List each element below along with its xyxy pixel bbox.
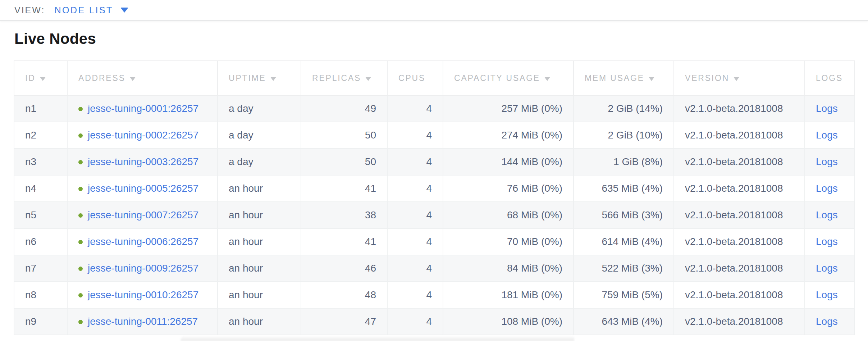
node-id-cell: n1: [14, 95, 67, 122]
node-uptime-cell: an hour: [218, 308, 301, 335]
column-header-label: REPLICAS: [312, 73, 361, 83]
node-uptime-cell: an hour: [218, 255, 301, 282]
table-row: n7jesse-tuning-0009:26257an hour46484 Mi…: [14, 255, 855, 282]
logs-link[interactable]: Logs: [816, 316, 838, 327]
table-row: n5jesse-tuning-0007:26257an hour38468 Mi…: [14, 202, 855, 228]
sort-arrow-icon: [130, 77, 136, 81]
node-mem-cell: 2 GiB (14%): [574, 95, 674, 122]
table-row: n9jesse-tuning-0011:26257an hour474108 M…: [14, 308, 855, 335]
node-address-link[interactable]: jesse-tuning-0003:26257: [88, 156, 198, 167]
node-address-cell: jesse-tuning-0006:26257: [67, 228, 218, 255]
view-dropdown[interactable]: NODE LIST: [54, 5, 128, 15]
node-address-link[interactable]: jesse-tuning-0006:26257: [88, 236, 198, 247]
column-header-cpus: CPUS: [387, 61, 443, 95]
node-address-link[interactable]: jesse-tuning-0002:26257: [88, 129, 198, 141]
node-logs-cell: Logs: [805, 308, 855, 335]
node-replicas-cell: 41: [301, 228, 387, 255]
node-capacity-cell: 76 MiB (0%): [443, 175, 574, 202]
node-cpus-cell: 4: [387, 255, 443, 282]
column-header-address[interactable]: ADDRESS: [67, 61, 218, 95]
node-live-status-icon: [78, 107, 83, 111]
logs-link[interactable]: Logs: [816, 129, 838, 141]
view-dropdown-value[interactable]: NODE LIST: [54, 5, 113, 15]
node-version-cell: v2.1.0-beta.20181008: [674, 282, 805, 308]
node-address-link[interactable]: jesse-tuning-0007:26257: [88, 209, 198, 220]
table-header-row: IDADDRESSUPTIMEREPLICASCPUSCAPACITY USAG…: [14, 61, 855, 95]
node-address-link[interactable]: jesse-tuning-0001:26257: [88, 103, 198, 114]
node-version-cell: v2.1.0-beta.20181008: [674, 95, 805, 122]
node-live-status-icon: [78, 240, 83, 244]
node-id-cell: n3: [14, 149, 67, 175]
sort-arrow-icon: [544, 77, 550, 81]
logs-link[interactable]: Logs: [816, 156, 838, 167]
table-row: n2jesse-tuning-0002:26257a day504274 MiB…: [14, 122, 855, 149]
node-capacity-cell: 84 MiB (0%): [443, 255, 574, 282]
node-uptime-cell: a day: [218, 95, 301, 122]
node-mem-cell: 522 MiB (3%): [574, 255, 674, 282]
node-logs-cell: Logs: [805, 228, 855, 255]
node-logs-cell: Logs: [805, 202, 855, 228]
logs-link[interactable]: Logs: [816, 103, 838, 114]
node-live-status-icon: [78, 187, 83, 191]
node-live-status-icon: [78, 267, 83, 271]
column-header-logs: LOGS: [805, 61, 855, 95]
column-header-label: LOGS: [816, 73, 843, 83]
node-capacity-cell: 70 MiB (0%): [443, 228, 574, 255]
logs-link[interactable]: Logs: [816, 289, 838, 300]
node-replicas-cell: 50: [301, 122, 387, 149]
node-address-link[interactable]: jesse-tuning-0005:26257: [88, 183, 198, 194]
node-cpus-cell: 4: [387, 149, 443, 175]
node-id-cell: n2: [14, 122, 67, 149]
node-id-cell: n8: [14, 282, 67, 308]
node-cpus-cell: 4: [387, 282, 443, 308]
node-replicas-cell: 49: [301, 95, 387, 122]
column-header-replicas[interactable]: REPLICAS: [301, 61, 387, 95]
node-uptime-cell: an hour: [218, 202, 301, 228]
column-header-mem[interactable]: MEM USAGE: [574, 61, 674, 95]
node-address-link[interactable]: jesse-tuning-0010:26257: [88, 289, 198, 300]
table-row: n4jesse-tuning-0005:26257an hour41476 Mi…: [14, 175, 855, 202]
node-capacity-cell: 257 MiB (0%): [443, 95, 574, 122]
node-version-cell: v2.1.0-beta.20181008: [674, 255, 805, 282]
node-cpus-cell: 4: [387, 308, 443, 335]
column-header-id[interactable]: ID: [14, 61, 67, 95]
node-version-cell: v2.1.0-beta.20181008: [674, 175, 805, 202]
node-address-link[interactable]: jesse-tuning-0011:26257: [88, 316, 198, 327]
column-header-uptime[interactable]: UPTIME: [218, 61, 301, 95]
node-replicas-cell: 48: [301, 282, 387, 308]
node-version-cell: v2.1.0-beta.20181008: [674, 122, 805, 149]
node-uptime-cell: an hour: [218, 228, 301, 255]
logs-link[interactable]: Logs: [816, 183, 838, 194]
node-cpus-cell: 4: [387, 175, 443, 202]
logs-link[interactable]: Logs: [816, 209, 838, 220]
node-address-cell: jesse-tuning-0002:26257: [67, 122, 218, 149]
node-logs-cell: Logs: [805, 175, 855, 202]
node-live-status-icon: [78, 160, 83, 164]
node-mem-cell: 1 GiB (8%): [574, 149, 674, 175]
node-capacity-cell: 144 MiB (0%): [443, 149, 574, 175]
logs-link[interactable]: Logs: [816, 263, 838, 274]
node-uptime-cell: an hour: [218, 282, 301, 308]
node-id-cell: n9: [14, 308, 67, 335]
column-header-label: CPUS: [398, 73, 425, 83]
table-row: n8jesse-tuning-0010:26257an hour484181 M…: [14, 282, 855, 308]
node-live-status-icon: [78, 293, 83, 297]
node-id-cell: n5: [14, 202, 67, 228]
node-mem-cell: 759 MiB (5%): [574, 282, 674, 308]
sort-arrow-icon: [365, 77, 371, 81]
sort-arrow-icon: [734, 77, 739, 81]
column-header-label: ID: [25, 73, 36, 83]
column-header-version[interactable]: VERSION: [674, 61, 805, 95]
node-address-cell: jesse-tuning-0007:26257: [67, 202, 218, 228]
logs-link[interactable]: Logs: [816, 236, 838, 247]
node-uptime-cell: a day: [218, 122, 301, 149]
node-cpus-cell: 4: [387, 95, 443, 122]
node-replicas-cell: 46: [301, 255, 387, 282]
node-replicas-cell: 50: [301, 149, 387, 175]
node-capacity-cell: 181 MiB (0%): [443, 282, 574, 308]
node-address-link[interactable]: jesse-tuning-0009:26257: [88, 263, 198, 274]
table-row: n6jesse-tuning-0006:26257an hour41470 Mi…: [14, 228, 855, 255]
node-address-cell: jesse-tuning-0009:26257: [67, 255, 218, 282]
column-header-capacity[interactable]: CAPACITY USAGE: [443, 61, 574, 95]
partial-element-shadow: [181, 336, 574, 341]
